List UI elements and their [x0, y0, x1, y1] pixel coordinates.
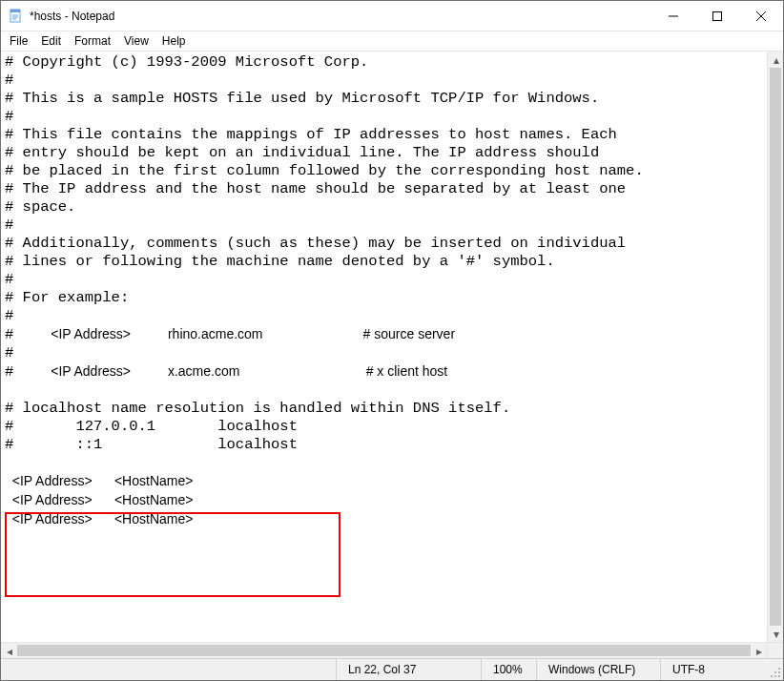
scrollbar-track[interactable]	[768, 68, 783, 626]
example-row: # <IP Address> rhino.acme.com # source s…	[5, 326, 455, 341]
notepad-icon	[9, 9, 24, 24]
menu-format[interactable]: Format	[68, 33, 117, 49]
svg-point-11	[778, 671, 780, 673]
window-controls	[651, 1, 783, 31]
text-line: # The IP address and the host name shoul…	[5, 180, 626, 197]
status-position: Ln 22, Col 37	[337, 659, 482, 680]
status-spacer	[1, 659, 337, 680]
scroll-up-icon[interactable]: ▴	[768, 52, 783, 68]
titlebar: *hosts - Notepad	[1, 1, 783, 31]
example-row: # <IP Address> x.acme.com # x client hos…	[5, 363, 447, 379]
scrollbar-thumb[interactable]	[770, 68, 781, 626]
close-button[interactable]	[739, 1, 783, 31]
window-title: *hosts - Notepad	[30, 10, 114, 23]
text-line: # entry should be kept on an individual …	[5, 144, 599, 161]
text-line: # This file contains the mappings of IP …	[5, 126, 617, 143]
text-line: # lines or following the machine name de…	[5, 253, 555, 270]
text-line: # localhost name resolution is handled w…	[5, 400, 510, 417]
text-line: # This is a sample HOSTS file used by Mi…	[5, 90, 599, 107]
menu-edit[interactable]: Edit	[34, 33, 68, 49]
text-line: #	[5, 217, 13, 234]
text-line: # 127.0.0.1 localhost	[5, 418, 298, 435]
editor-area: # Copyright (c) 1993-2009 Microsoft Corp…	[1, 51, 783, 658]
vertical-scrollbar[interactable]: ▴ ▾	[767, 52, 783, 642]
svg-point-10	[774, 671, 776, 673]
minimize-button[interactable]	[651, 1, 695, 31]
resize-grip[interactable]	[766, 659, 783, 680]
text-line: # ::1 localhost	[5, 436, 298, 453]
text-line: #	[5, 307, 13, 324]
svg-point-14	[778, 675, 780, 677]
maximize-button[interactable]	[695, 1, 739, 31]
status-encoding: UTF-8	[661, 659, 766, 680]
text-editor[interactable]: # Copyright (c) 1993-2009 Microsoft Corp…	[1, 52, 767, 642]
horizontal-scrollbar[interactable]: ◂ ▸	[1, 642, 767, 658]
added-row: <IP Address> <HostName>	[5, 473, 193, 488]
status-eol: Windows (CRLF)	[537, 659, 661, 680]
scrollbar-track[interactable]	[17, 643, 751, 658]
text-line: # space.	[5, 198, 75, 216]
text-line: # Additionally, comments (such as these)…	[5, 235, 626, 252]
text-line: #	[5, 344, 13, 361]
menubar: File Edit Format View Help	[1, 31, 783, 51]
status-zoom: 100%	[482, 659, 537, 680]
menu-view[interactable]: View	[117, 33, 155, 49]
menu-file[interactable]: File	[3, 33, 34, 49]
scroll-right-icon[interactable]: ▸	[751, 643, 767, 658]
svg-rect-6	[713, 11, 722, 20]
text-line: # be placed in the first column followed…	[5, 162, 644, 179]
added-row: <IP Address> <HostName>	[5, 511, 193, 526]
menu-help[interactable]: Help	[155, 33, 193, 49]
svg-point-13	[774, 675, 776, 677]
added-row: <IP Address> <HostName>	[5, 492, 193, 507]
text-line: #	[5, 108, 13, 125]
text-line: # For example:	[5, 289, 129, 306]
text-line: #	[5, 271, 13, 288]
scrollbar-thumb[interactable]	[17, 645, 751, 656]
scroll-left-icon[interactable]: ◂	[1, 643, 17, 658]
text-line: # Copyright (c) 1993-2009 Microsoft Corp…	[5, 53, 368, 71]
svg-point-12	[771, 675, 773, 677]
text-line: #	[5, 72, 13, 89]
scroll-corner	[767, 642, 783, 658]
svg-rect-1	[10, 10, 20, 12]
svg-point-9	[778, 668, 780, 670]
scroll-down-icon[interactable]: ▾	[768, 626, 783, 642]
statusbar: Ln 22, Col 37 100% Windows (CRLF) UTF-8	[1, 658, 783, 680]
